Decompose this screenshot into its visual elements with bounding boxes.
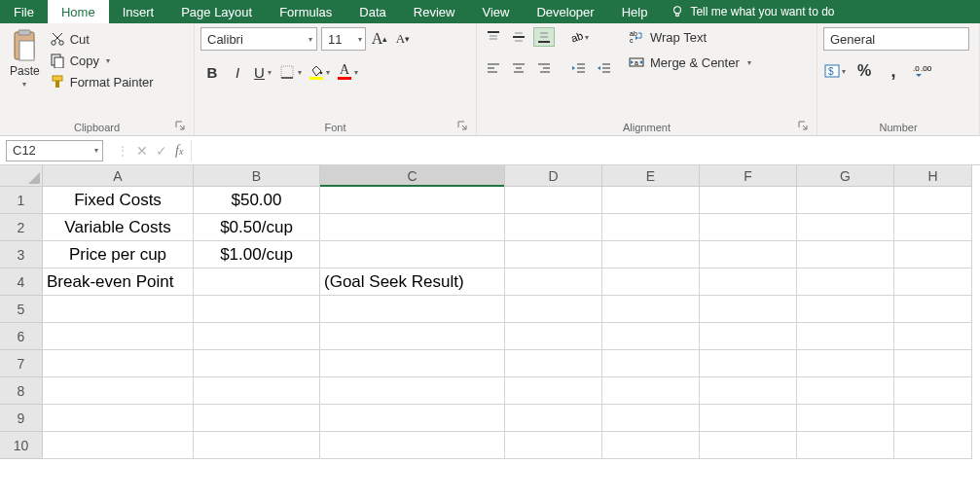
align-top-button[interactable] xyxy=(483,27,504,47)
cell-A10[interactable] xyxy=(43,432,194,459)
cell-E6[interactable] xyxy=(602,323,700,350)
tab-developer[interactable]: Developer xyxy=(523,0,607,23)
cell-C3[interactable] xyxy=(320,241,505,268)
cell-H10[interactable] xyxy=(894,432,972,459)
tab-file[interactable]: File xyxy=(0,0,48,23)
paste-button[interactable]: Paste ▾ xyxy=(6,27,44,90)
row-header-10[interactable]: 10 xyxy=(0,432,43,459)
cell-B6[interactable] xyxy=(194,323,320,350)
cell-H8[interactable] xyxy=(894,377,972,405)
cell-C5[interactable] xyxy=(320,296,505,323)
italic-button[interactable]: I xyxy=(226,60,249,84)
cell-G10[interactable] xyxy=(797,432,894,459)
comma-button[interactable]: , xyxy=(882,60,905,82)
cell-F10[interactable] xyxy=(700,432,797,459)
font-color-button[interactable]: A ▾ xyxy=(335,60,361,84)
cell-B3[interactable]: $1.00/cup xyxy=(194,241,320,268)
cell-C1[interactable] xyxy=(320,187,505,214)
cell-D4[interactable] xyxy=(505,268,602,296)
cell-A5[interactable] xyxy=(43,296,194,323)
font-launcher-icon[interactable] xyxy=(456,120,468,131)
tab-review[interactable]: Review xyxy=(400,0,469,23)
cell-A4[interactable]: Break-even Point xyxy=(43,268,194,296)
cell-H7[interactable] xyxy=(894,350,972,377)
cancel-formula-button[interactable]: ✕ xyxy=(136,143,148,159)
row-header-5[interactable]: 5 xyxy=(0,296,43,323)
cell-F5[interactable] xyxy=(700,296,797,323)
cell-G7[interactable] xyxy=(797,350,894,377)
cell-D6[interactable] xyxy=(505,323,602,350)
cell-C9[interactable] xyxy=(320,405,505,432)
cell-C10[interactable] xyxy=(320,432,505,459)
cell-G4[interactable] xyxy=(797,268,894,296)
col-header-E[interactable]: E xyxy=(602,165,700,187)
col-header-G[interactable]: G xyxy=(797,165,894,187)
cell-G6[interactable] xyxy=(797,323,894,350)
merge-dropdown-icon[interactable]: ▾ xyxy=(747,58,751,67)
cell-A3[interactable]: Price per cup xyxy=(43,241,194,268)
row-header-9[interactable]: 9 xyxy=(0,405,43,432)
cell-A7[interactable] xyxy=(43,350,194,377)
clipboard-launcher-icon[interactable] xyxy=(174,120,186,131)
col-header-C[interactable]: C xyxy=(320,165,505,187)
cell-B10[interactable] xyxy=(194,432,320,459)
name-box[interactable]: C12 ▾ xyxy=(6,140,103,161)
cell-H3[interactable] xyxy=(894,241,972,268)
copy-button[interactable]: Copy ▾ xyxy=(50,53,154,68)
align-middle-button[interactable] xyxy=(508,27,529,47)
select-all-corner[interactable] xyxy=(0,165,43,187)
cell-A6[interactable] xyxy=(43,323,194,350)
merge-center-button[interactable]: a Merge & Center ▾ xyxy=(629,54,751,70)
col-header-B[interactable]: B xyxy=(194,165,320,187)
increase-decimal-button[interactable]: .0.00 xyxy=(911,60,934,82)
cell-G3[interactable] xyxy=(797,241,894,268)
tab-help[interactable]: Help xyxy=(608,0,662,23)
tab-view[interactable]: View xyxy=(468,0,523,23)
row-header-2[interactable]: 2 xyxy=(0,214,43,241)
percent-button[interactable]: % xyxy=(853,60,876,82)
cell-E2[interactable] xyxy=(602,214,700,241)
number-format-select[interactable]: General xyxy=(823,27,969,51)
cell-A8[interactable] xyxy=(43,377,194,405)
cell-E9[interactable] xyxy=(602,405,700,432)
alignment-launcher-icon[interactable] xyxy=(797,120,809,131)
decrease-font-button[interactable]: A▾ xyxy=(393,28,413,50)
cell-B4[interactable] xyxy=(194,268,320,296)
paste-dropdown-icon[interactable]: ▾ xyxy=(22,80,26,89)
insert-function-button[interactable]: fx xyxy=(175,143,183,159)
cell-H5[interactable] xyxy=(894,296,972,323)
cell-G2[interactable] xyxy=(797,214,894,241)
col-header-D[interactable]: D xyxy=(505,165,602,187)
cell-C7[interactable] xyxy=(320,350,505,377)
cell-F2[interactable] xyxy=(700,214,797,241)
bold-button[interactable]: B xyxy=(200,60,224,84)
tab-insert[interactable]: Insert xyxy=(109,0,168,23)
cell-H1[interactable] xyxy=(894,187,972,214)
border-button[interactable]: ▾ xyxy=(276,60,305,84)
cell-C2[interactable] xyxy=(320,214,505,241)
cell-D10[interactable] xyxy=(505,432,602,459)
tell-me-search[interactable]: Tell me what you want to do xyxy=(661,0,844,23)
format-painter-button[interactable]: Format Painter xyxy=(50,74,154,89)
row-header-6[interactable]: 6 xyxy=(0,323,43,350)
cell-E3[interactable] xyxy=(602,241,700,268)
wrap-text-button[interactable]: abc Wrap Text xyxy=(629,29,751,45)
cell-E8[interactable] xyxy=(602,377,700,405)
col-header-F[interactable]: F xyxy=(700,165,797,187)
align-bottom-button[interactable] xyxy=(533,27,555,47)
decrease-indent-button[interactable] xyxy=(568,58,590,78)
cut-button[interactable]: Cut xyxy=(50,31,154,47)
font-name-select[interactable]: Calibri ▾ xyxy=(200,27,317,51)
increase-indent-button[interactable] xyxy=(594,58,615,78)
cell-G8[interactable] xyxy=(797,377,894,405)
cell-B7[interactable] xyxy=(194,350,320,377)
tab-formulas[interactable]: Formulas xyxy=(266,0,345,23)
cell-H4[interactable] xyxy=(894,268,972,296)
cell-A9[interactable] xyxy=(43,405,194,432)
cell-D8[interactable] xyxy=(505,377,602,405)
cell-D9[interactable] xyxy=(505,405,602,432)
enter-formula-button[interactable]: ✓ xyxy=(156,143,167,159)
cell-E4[interactable] xyxy=(602,268,700,296)
cell-E10[interactable] xyxy=(602,432,700,459)
tab-data[interactable]: Data xyxy=(345,0,399,23)
